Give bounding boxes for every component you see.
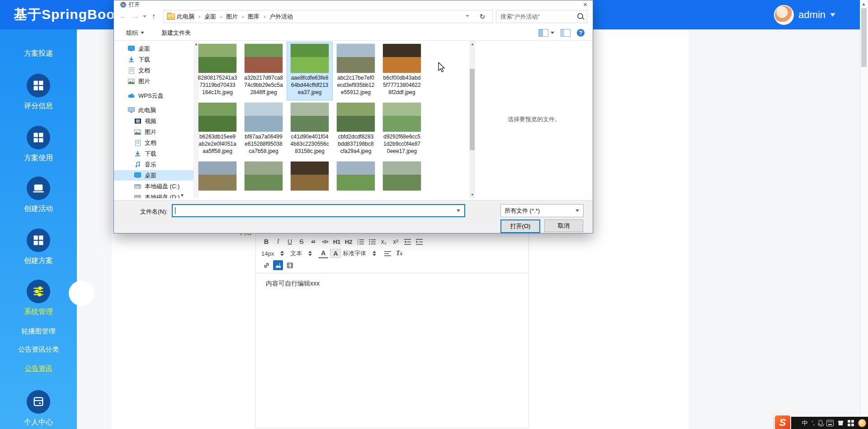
font-color-button[interactable]: A [318,249,328,258]
highlight-color-button[interactable]: A [330,249,341,258]
sidebar-item-10[interactable]: 个人中心 [0,390,77,427]
file-item-teepee-tents-photo[interactable]: d9292f68e6cc51d2b9cc0f4e870eee17.jpeg [379,101,425,159]
nav-pc-child-2[interactable]: 图片 [114,127,193,137]
sidebar-item-9[interactable]: 公告资讯 [0,364,77,373]
blockquote-button[interactable]: “ [308,235,318,248]
back-icon[interactable]: ← [119,12,127,20]
nav-quick-4[interactable]: 图片✎ [114,76,193,86]
user-menu[interactable]: admin [774,0,835,29]
history-chevron-icon[interactable] [143,15,146,18]
nav-pc-child-3[interactable]: 文档 [114,138,193,148]
scrollbar-thumb[interactable] [470,69,475,150]
file-item-group-lawn-photo[interactable]: aae8fcdfe63fe864bd44cffdf213ea37.jpeg [287,42,332,100]
mic-icon[interactable] [819,421,822,425]
stepper-icon[interactable] [280,251,284,256]
help-icon[interactable]: ? [577,29,585,37]
filename-chevron-icon[interactable] [457,210,460,212]
close-icon[interactable]: × [583,0,587,8]
image-button[interactable] [273,260,283,270]
nav-this-pc[interactable]: 此电脑 [114,105,193,115]
filetype-select[interactable]: 所有文件 (*.*) [500,204,584,217]
file-item-campfire-cabin-photo[interactable]: b6cf00db43abd5f777138046228f2ddf.jpeg [379,42,425,100]
outdent-button[interactable] [402,237,412,247]
breadcrumb-item[interactable]: 户外活动 [269,13,293,20]
breadcrumb-item[interactable]: 图库 [248,13,259,20]
open-button[interactable]: 打开(O) [500,219,540,233]
file-item-outdoor-dance-photo[interactable]: 82808175241a373119bd70433164c1fc.jpeg [195,42,240,100]
ime-mode-toggle[interactable]: 中 [802,419,808,427]
file-item-field-activity-photo[interactable] [241,160,286,198]
sidebar-item-6[interactable]: 系统管理 [0,280,77,317]
up-icon[interactable]: ↑ [152,12,156,20]
nav-pc-child-7[interactable]: 本地磁盘 (C:) [114,181,193,191]
sogou-logo-icon[interactable]: S [774,415,791,429]
refresh-button[interactable]: ↻ [472,10,493,23]
file-item-bubble-ball-photo[interactable] [333,160,378,198]
bold-button[interactable]: B [261,237,271,247]
file-item-team-game-photo[interactable]: a32b217d97ca874c9bb29e5c5a2846ff.jpeg [241,42,286,100]
strikethrough-button[interactable]: S [297,237,307,247]
scroll-down-icon[interactable]: ▼ [471,193,474,197]
video-button[interactable] [285,260,295,270]
nav-pc-child-5[interactable]: 音乐 [114,159,193,170]
underline-button[interactable]: U [285,237,295,247]
preview-pane-icon[interactable] [561,29,571,37]
stepper-icon[interactable] [308,251,312,256]
file-item-ice-activity-photo[interactable]: bf87aa7a06499e615288f95038ca7b58.jpeg [241,101,286,159]
file-item-hikers-group-photo[interactable] [195,160,240,198]
link-button[interactable] [261,260,271,270]
toolbox-icon[interactable] [848,420,854,426]
format-select[interactable]: 文本 [290,249,312,257]
emoji-icon[interactable] [858,419,866,427]
subscript-button[interactable]: x₂ [379,237,389,247]
indent-button[interactable] [414,237,424,247]
file-item-pavilion-photo[interactable]: c41d90e401f044b83c2230556c83158c.jpeg [287,101,332,159]
address-bar[interactable]: 此电脑›桌面›图片›图库›户外活动 [163,10,473,23]
nav-wps-cloud[interactable]: WPS云盘 [114,91,193,101]
address-chevron-icon[interactable] [466,15,469,17]
sidebar-item-3[interactable]: 方案使用 [0,126,77,163]
breadcrumb-item[interactable]: 桌面 [204,13,216,20]
code-view-button[interactable]: </> [320,237,330,247]
file-item-tent-interior-photo[interactable] [287,160,332,198]
file-grid-scrollbar[interactable]: ▲ ▼ [469,41,475,198]
view-mode-icon[interactable] [538,29,548,37]
nav-quick-1[interactable]: 桌面✎ [114,43,193,54]
file-item-group-photo[interactable]: cbfd2dcdf8283bdd837198bc8cfa29a4.jpeg [333,101,378,159]
font-size-select[interactable]: 14px [261,250,284,257]
nav-quick-2[interactable]: 下载✎ [114,54,193,65]
stepper-icon[interactable] [373,251,376,256]
sidebar-item-1[interactable]: 方案投递 [0,49,77,58]
align-button[interactable] [382,248,392,258]
filename-input[interactable] [172,204,465,217]
superscript-button[interactable]: x² [391,237,401,247]
skin-icon[interactable] [838,420,844,425]
clear-format-button[interactable]: Tx [394,248,404,258]
view-mode-chevron-icon[interactable] [551,32,554,34]
nav-quick-3[interactable]: 文档✎ [114,65,193,76]
punctuation-toggle[interactable]: ’, [812,419,815,426]
file-item-flag-march-photo[interactable] [379,160,425,198]
file-item-campsite-photo[interactable]: b6263db15ee9ab2e2e0f4051aaa5ff58.jpeg [195,101,240,159]
breadcrumb-item[interactable]: 此电脑 [177,13,194,20]
ordered-list-button[interactable]: 123 [355,237,365,247]
editor-content[interactable]: 内容可自行编辑xxx [256,273,528,294]
organize-button[interactable]: 组织 [126,29,144,37]
italic-button[interactable]: I [273,237,283,247]
avatar[interactable] [774,5,794,25]
sidebar-item-7[interactable]: 轮播图管理 [0,327,77,336]
search-icon[interactable] [577,13,583,19]
heading-1-button[interactable]: H1 [332,237,342,247]
breadcrumb-item[interactable]: 图片 [226,13,238,20]
heading-2-button[interactable]: H2 [344,237,354,247]
sidebar-item-8[interactable]: 公告资讯分类 [0,345,77,354]
dialog-titlebar[interactable]: 打开 × [114,0,593,9]
forward-icon[interactable]: → [132,12,139,20]
file-item-hiking-path-photo[interactable]: abc2c17be7ef0ecd3ef935bb12e55912.jpeg [333,42,378,100]
scrollbar-thumb[interactable] [861,8,867,67]
nav-pc-child-1[interactable]: 视频 [114,116,193,126]
sidebar-item-5[interactable]: 创建方案 [0,229,77,266]
page-scrollbar[interactable]: ▲ [860,0,868,429]
nav-pc-child-4[interactable]: 下载 [114,148,193,159]
nav-pane-expand-icon[interactable]: ▼ [180,193,184,198]
